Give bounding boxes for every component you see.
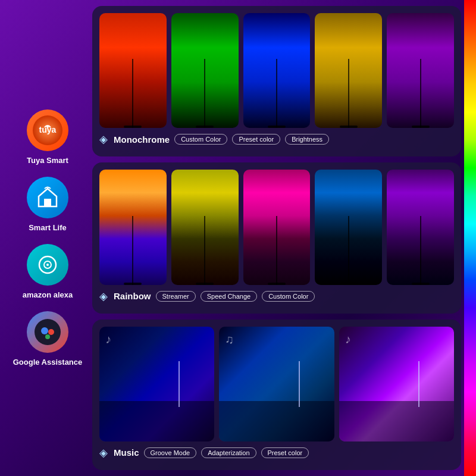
- rainbow-lamps-row: [99, 170, 454, 284]
- music-card-1: ♪: [99, 327, 214, 441]
- tuya-logo-icon: tuya: [33, 115, 62, 145]
- lamp-stand-r2: [204, 216, 205, 285]
- lamp-r1: [99, 170, 167, 284]
- rainbow-tag-custom[interactable]: Custom Color: [262, 291, 315, 302]
- lamp-blue: [243, 13, 311, 128]
- room-floor-2: [219, 401, 334, 441]
- lamp-red: [99, 13, 167, 128]
- lamp-stand-r3: [276, 216, 277, 285]
- music-card-3: ♪: [339, 327, 454, 441]
- smartlife-label: Smart Life: [29, 223, 67, 232]
- rainbow-bullet: ◈: [99, 290, 108, 303]
- lamp-base-r1: [124, 283, 142, 285]
- sidebar-item-tuya[interactable]: tuya Tuya Smart: [27, 109, 68, 165]
- music-title: Music: [114, 447, 139, 458]
- rainbow-tag-speed[interactable]: Speed Change: [201, 291, 257, 302]
- lamp-base-3: [268, 126, 286, 128]
- lamp-stand-3: [276, 59, 277, 128]
- lamp-base-5: [412, 126, 430, 128]
- lamp-stand-r1: [132, 216, 133, 285]
- lamp-r3: [243, 170, 311, 284]
- music-row: ♪ ♫ ♪: [99, 327, 454, 441]
- music-tag-groove[interactable]: Groove Mode: [144, 447, 197, 458]
- lamp-yellow: [315, 13, 382, 128]
- monochrome-lamps-row: [99, 13, 454, 128]
- room-lamp-2: [299, 361, 300, 407]
- music-note-1: ♪: [105, 333, 111, 346]
- lamp-stand-2: [204, 59, 205, 128]
- monochrome-footer: ◈ Monochrome Custom Color Preset color B…: [99, 133, 454, 146]
- svg-point-2: [46, 126, 49, 128]
- monochrome-tag-custom[interactable]: Custom Color: [174, 134, 227, 145]
- lamp-base-1: [124, 126, 142, 128]
- lamp-green: [171, 13, 239, 128]
- music-section: ♪ ♫ ♪ ◈ Music Groove Mode Adapterization…: [92, 320, 461, 470]
- room-lamp-3: [418, 361, 419, 407]
- rainbow-footer: ◈ Rainbow Streamer Speed Change Custom C…: [99, 290, 454, 303]
- svg-point-9: [41, 327, 48, 334]
- lamp-base-4: [340, 126, 358, 128]
- room-floor-1: [99, 401, 214, 441]
- sidebar-item-google[interactable]: Google Assistance: [13, 311, 83, 367]
- google-logo-icon: [35, 319, 61, 345]
- svg-point-10: [48, 329, 54, 335]
- lamp-stand-r5: [420, 216, 421, 285]
- sidebar-item-smartlife[interactable]: Smart Life: [27, 177, 68, 232]
- monochrome-tag-preset[interactable]: Preset color: [232, 134, 280, 145]
- monochrome-tag-brightness[interactable]: Brightness: [285, 134, 329, 145]
- lamp-base-r4: [340, 283, 358, 285]
- monochrome-title: Monochrome: [114, 134, 170, 145]
- rainbow-section: ◈ Rainbow Streamer Speed Change Custom C…: [92, 162, 461, 313]
- music-tag-adapter[interactable]: Adapterization: [201, 447, 256, 458]
- sidebar: tuya Tuya Smart Smart Life amazon al: [0, 0, 95, 476]
- lamp-base-r5: [412, 283, 430, 285]
- music-note-2: ♫: [225, 333, 234, 346]
- music-tag-preset[interactable]: Preset color: [261, 447, 309, 458]
- lamp-base-2: [196, 126, 214, 128]
- rainbow-title: Rainbow: [114, 291, 151, 301]
- svg-rect-4: [44, 199, 51, 206]
- lamp-stand-4: [348, 59, 349, 128]
- music-note-3: ♪: [345, 333, 351, 346]
- sidebar-item-alexa[interactable]: amazon alexa: [23, 244, 73, 299]
- lamp-base-r2: [196, 283, 214, 285]
- music-footer: ◈ Music Groove Mode Adapterization Prese…: [99, 446, 454, 459]
- tuya-label: Tuya Smart: [27, 156, 68, 165]
- room-floor-3: [339, 401, 454, 441]
- room-lamp-1: [178, 361, 180, 407]
- alexa-label: amazon alexa: [23, 290, 73, 299]
- lamp-stand-r4: [348, 216, 349, 285]
- music-bullet: ◈: [99, 446, 108, 459]
- lamp-r4: [315, 170, 382, 284]
- main-content: ◈ Monochrome Custom Color Preset color B…: [92, 6, 461, 470]
- rainbow-tag-streamer[interactable]: Streamer: [156, 291, 196, 302]
- smartlife-icon-bg: [27, 177, 68, 218]
- monochrome-bullet: ◈: [99, 133, 108, 146]
- lamp-r5: [387, 170, 454, 284]
- google-label: Google Assistance: [13, 358, 83, 367]
- tuya-icon-bg: tuya: [27, 109, 68, 151]
- lamp-purple: [387, 13, 454, 128]
- music-card-2: ♫: [219, 327, 334, 441]
- svg-point-7: [46, 264, 49, 266]
- rainbow-strip: [464, 0, 476, 476]
- alexa-logo-icon: [36, 253, 60, 277]
- alexa-icon-bg: [27, 244, 68, 286]
- lamp-base-r3: [268, 283, 286, 285]
- monochrome-section: ◈ Monochrome Custom Color Preset color B…: [92, 6, 461, 156]
- google-icon-bg: [27, 311, 68, 353]
- lamp-stand-5: [420, 59, 421, 128]
- lamp-stand-1: [132, 59, 133, 128]
- smartlife-logo-icon: [36, 186, 60, 209]
- lamp-r2: [171, 170, 239, 284]
- svg-point-11: [45, 334, 50, 339]
